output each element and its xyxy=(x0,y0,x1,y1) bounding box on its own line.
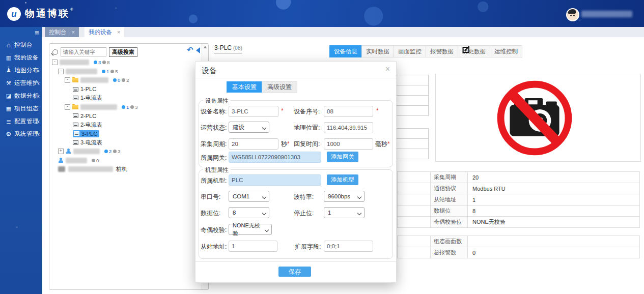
sidebar-collapse-icon[interactable]: ≡ xyxy=(35,28,39,37)
brand-logo-text: 物通博联® xyxy=(25,7,75,20)
redacted-label xyxy=(66,158,87,163)
data-bits-select[interactable]: 8 xyxy=(229,207,269,218)
online-dot xyxy=(102,70,105,73)
collect-period-input[interactable] xyxy=(229,138,278,150)
period-unit: 秒* xyxy=(281,140,290,149)
tree-node-device[interactable]: 1-PLC xyxy=(49,85,201,94)
tree-node-folder[interactable]: -13 xyxy=(49,103,201,112)
operation-status-label: 运营状态: xyxy=(201,124,227,132)
folder-icon xyxy=(72,105,78,109)
geo-location-input[interactable] xyxy=(324,122,373,133)
gateway-input[interactable] xyxy=(229,152,321,163)
tree-node-device[interactable]: 2-电流表 xyxy=(49,121,201,130)
tree-node-group[interactable]: 桩机 xyxy=(49,165,201,174)
tree-node-group[interactable]: -15 xyxy=(49,67,201,76)
stop-bits-select[interactable]: 1 xyxy=(324,207,365,218)
modal-footer-divider xyxy=(195,261,396,262)
table-row: 数据位8 xyxy=(398,205,640,217)
section-legend: 设备属性 xyxy=(203,97,231,105)
collapse-expander-icon[interactable]: + xyxy=(58,149,64,154)
sidebar-item-project-config[interactable]: 项目组态 xyxy=(0,102,42,115)
panel-collapse-icon[interactable] xyxy=(196,47,200,53)
tab-ops-control[interactable]: 运维控制 xyxy=(490,45,522,57)
search-input[interactable] xyxy=(61,47,106,56)
tab-alarm-data[interactable]: 报警数据 xyxy=(426,45,458,57)
chevron-left-icon: ‹ xyxy=(38,80,40,87)
advanced-search-button[interactable]: 高级搜索 xyxy=(109,47,137,57)
sidebar-item-system-mgmt[interactable]: 系统管理‹ xyxy=(0,128,42,140)
device-tree: -38 -15 -02 1-PLC 1-电流表 -13 2-PLC 2-电流表 … xyxy=(49,58,201,174)
collapse-expander-icon[interactable]: - xyxy=(65,104,70,110)
device-photo-placeholder xyxy=(435,74,641,162)
redacted-label xyxy=(73,149,100,154)
stop-bits-label: 停止位: xyxy=(294,209,314,218)
collapse-expander-icon[interactable]: - xyxy=(58,69,64,74)
tree-node-group[interactable]: +23 xyxy=(49,147,201,156)
device-name-input[interactable] xyxy=(229,106,278,117)
add-model-button[interactable]: 添加机型 xyxy=(327,174,358,185)
close-icon[interactable]: × xyxy=(72,29,75,35)
required-mark: * xyxy=(281,107,284,114)
sidebar-item-config-mgmt[interactable]: 配置管理‹ xyxy=(0,115,42,128)
device-serial-input[interactable] xyxy=(324,106,373,117)
tree-node-device[interactable]: 1-电流表 xyxy=(49,94,201,103)
slave-address-label: 从站地址: xyxy=(201,243,227,251)
window-tab-my-devices[interactable]: 我的设备× xyxy=(85,27,124,37)
operation-status-select[interactable]: 建设 xyxy=(229,122,269,133)
collect-period-label: 采集周期: xyxy=(201,140,227,149)
gear-icon xyxy=(5,131,13,138)
parity-select[interactable]: NONE无校验 xyxy=(229,224,272,235)
ext-field-input[interactable] xyxy=(324,241,373,252)
tree-search-bar: 高级搜索 xyxy=(52,47,137,57)
sidebar-item-map[interactable]: 地图分布‹ xyxy=(0,64,42,77)
device-icon xyxy=(73,113,78,118)
tab-device-info[interactable]: 设备信息 xyxy=(329,45,362,57)
background-input[interactable] xyxy=(392,75,429,85)
background-input[interactable] xyxy=(392,105,429,116)
modal-header-divider xyxy=(195,78,396,78)
tree-node-root[interactable]: -38 xyxy=(49,58,201,67)
sidebar-item-console[interactable]: 控制台 xyxy=(0,39,42,51)
reply-time-input[interactable] xyxy=(324,138,373,150)
tree-node-folder[interactable]: -02 xyxy=(49,76,201,85)
modal-tabs: 基本设置 高级设置 xyxy=(227,81,297,93)
collapse-expander-icon[interactable]: - xyxy=(52,60,58,65)
background-input[interactable] xyxy=(392,149,429,159)
edit-icon[interactable] xyxy=(462,45,470,55)
collapse-expander-icon[interactable]: - xyxy=(65,77,70,83)
username-redacted[interactable] xyxy=(581,11,632,17)
tab-realtime-data[interactable]: 实时数据 xyxy=(361,45,394,57)
sidebar-item-maintenance[interactable]: 运营维护‹ xyxy=(0,77,42,90)
tree-node-device[interactable]: 3-电流表 xyxy=(49,138,201,148)
background-input[interactable] xyxy=(392,138,429,149)
save-button[interactable]: 保存 xyxy=(278,267,311,277)
scroll-up-icon[interactable] xyxy=(204,46,207,48)
slave-address-input[interactable] xyxy=(229,241,277,252)
close-icon[interactable]: × xyxy=(385,65,390,74)
tree-node-device[interactable]: 2-PLC xyxy=(49,111,201,121)
reply-time-label: 回复时间: xyxy=(294,140,320,149)
tree-node-group[interactable]: 0 xyxy=(49,156,201,165)
close-icon[interactable]: × xyxy=(117,29,120,35)
user-avatar[interactable] xyxy=(566,8,579,21)
sidebar-item-my-devices[interactable]: 我的设备 xyxy=(0,51,42,64)
background-input[interactable] xyxy=(392,95,429,106)
model-input[interactable] xyxy=(229,174,321,186)
offline-dot xyxy=(92,159,95,162)
brand-logo: u 物通博联® xyxy=(7,6,75,21)
tab-advanced-settings[interactable]: 高级设置 xyxy=(262,81,297,93)
serial-port-select[interactable]: COM1 xyxy=(229,191,269,202)
tab-basic-settings[interactable]: 基本设置 xyxy=(227,81,262,93)
background-input[interactable] xyxy=(392,85,429,96)
analytics-icon xyxy=(5,93,13,99)
tab-screen-monitor[interactable]: 画面监控 xyxy=(394,45,426,57)
data-bits-label: 数据位: xyxy=(201,209,220,218)
tree-node-device-selected[interactable]: 3-PLC xyxy=(49,129,201,138)
window-tab-console[interactable]: 控制台× xyxy=(45,27,79,37)
offline-dot xyxy=(113,150,117,153)
background-input[interactable] xyxy=(392,128,429,139)
sidebar-item-analytics[interactable]: 数据分析‹ xyxy=(0,90,42,102)
undo-icon[interactable]: ↶ xyxy=(187,45,193,54)
baud-rate-select[interactable]: 9600bps xyxy=(324,191,365,202)
add-gateway-button[interactable]: 添加网关 xyxy=(327,152,358,162)
